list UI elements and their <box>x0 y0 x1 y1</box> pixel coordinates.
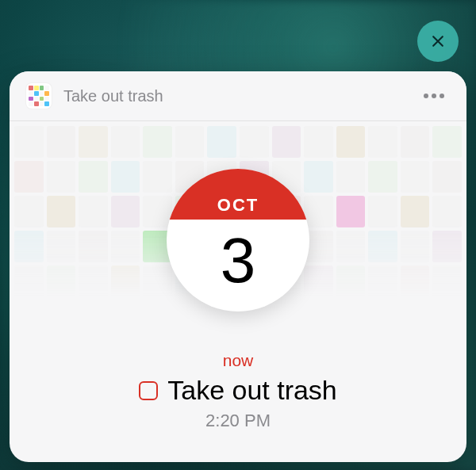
card-body: OCT 3 now Take out trash 2:20 PM <box>10 121 466 462</box>
app-icon <box>25 82 52 109</box>
calendar-badge: OCT 3 <box>167 169 309 311</box>
ellipsis-icon <box>440 94 444 98</box>
close-button[interactable] <box>417 21 459 62</box>
task-time: 2:20 PM <box>205 411 271 431</box>
task-checkbox[interactable] <box>139 381 158 400</box>
calendar-day: 3 <box>167 220 309 311</box>
ellipsis-icon <box>424 94 428 98</box>
more-button[interactable] <box>417 87 451 105</box>
task-row: Take out trash <box>139 375 337 406</box>
task-content: now Take out trash 2:20 PM <box>10 351 466 431</box>
ellipsis-icon <box>432 94 436 98</box>
notification-card: Take out trash OCT 3 now Take out trash <box>10 71 466 462</box>
close-icon <box>430 33 446 49</box>
task-title: Take out trash <box>167 375 337 406</box>
calendar-month: OCT <box>217 195 259 216</box>
card-header: Take out trash <box>10 71 466 121</box>
header-title: Take out trash <box>63 87 417 105</box>
relative-time-label: now <box>223 351 254 370</box>
